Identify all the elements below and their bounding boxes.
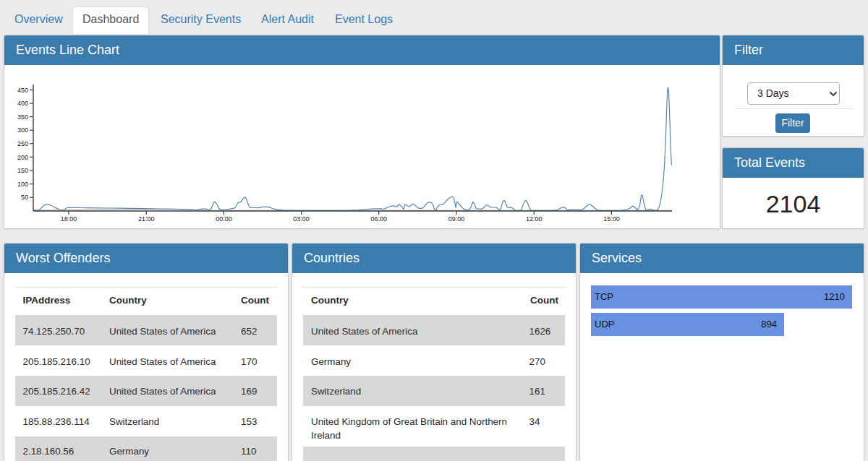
- svg-text:400: 400: [17, 100, 28, 107]
- svg-text:200: 200: [17, 154, 28, 161]
- svg-text:450: 450: [17, 87, 28, 94]
- svg-text:250: 250: [17, 140, 28, 147]
- svg-text:15:00: 15:00: [603, 215, 620, 223]
- svg-text:03:00: 03:00: [293, 215, 310, 223]
- svg-text:50: 50: [21, 194, 28, 201]
- svg-text:300: 300: [17, 126, 28, 134]
- svg-text:100: 100: [17, 181, 28, 188]
- svg-text:06:00: 06:00: [371, 215, 388, 223]
- svg-text:150: 150: [17, 167, 28, 174]
- svg-text:00:00: 00:00: [216, 215, 232, 223]
- svg-text:09:00: 09:00: [448, 215, 465, 223]
- svg-text:18:00: 18:00: [61, 215, 77, 223]
- svg-text:21:00: 21:00: [138, 215, 155, 223]
- svg-text:350: 350: [17, 113, 28, 121]
- svg-text:12:00: 12:00: [526, 215, 542, 223]
